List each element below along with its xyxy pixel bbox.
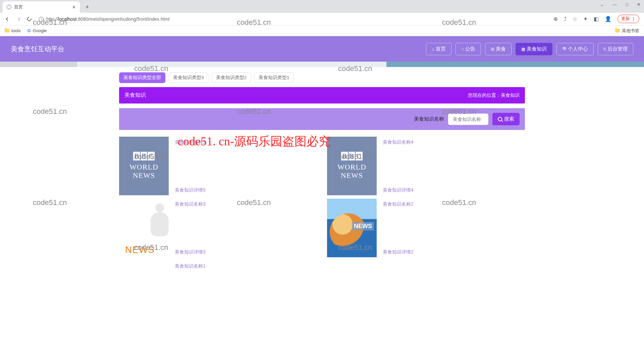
forward-button[interactable] bbox=[15, 16, 21, 22]
nav-food[interactable]: ⊞美食 bbox=[485, 43, 512, 55]
item-title: 美食知识名称5 bbox=[175, 139, 206, 145]
item-title: 美食知识名称4 bbox=[383, 139, 414, 145]
link-icon: ⎘ bbox=[603, 47, 606, 52]
bookmark-star-icon[interactable]: ☆ bbox=[573, 16, 577, 22]
zoom-icon[interactable]: ⊕ bbox=[553, 16, 558, 22]
category-chips: 美食知识类型全部 美食知识类型3 美食知识类型2 美食知识类型1 bbox=[119, 72, 525, 83]
item-title: 美食知识名称2 bbox=[383, 201, 414, 207]
list-item[interactable]: BBC WORLDNEWS 美食知识名称5 美食知识详情5 bbox=[119, 137, 317, 195]
folder-icon bbox=[615, 29, 620, 32]
user-icon: 〠 bbox=[562, 46, 567, 52]
browser-tab[interactable]: 首页 ✕ bbox=[3, 1, 80, 13]
results-grid: BBC WORLDNEWS 美食知识名称5 美食知识详情5 BBC WORLDN… bbox=[119, 137, 525, 269]
item-title: 美食知识名称1 bbox=[175, 263, 206, 269]
chip-type2[interactable]: 美食知识类型2 bbox=[212, 72, 251, 83]
thumbnail: NEWS bbox=[327, 199, 377, 257]
section-header: 美食知识 您现在的位置：美食知识 bbox=[119, 87, 525, 104]
toolbar-right: ⊕ ⤴ ☆ ✦ ◧ 👤 更新⋮ bbox=[553, 15, 639, 23]
thumbnail: NEWS bbox=[119, 199, 169, 257]
nav-notice[interactable]: ○公告 bbox=[455, 43, 481, 55]
search-icon bbox=[498, 117, 502, 121]
globe-icon bbox=[7, 5, 11, 9]
watermark: code51.cn bbox=[33, 107, 67, 116]
maximize-icon[interactable]: □ bbox=[626, 2, 628, 7]
search-input[interactable] bbox=[448, 114, 488, 125]
main-content: 美食知识类型全部 美食知识类型3 美食知识类型2 美食知识类型1 美食知识 您现… bbox=[119, 72, 525, 269]
bookmark-google[interactable]: G Google bbox=[27, 28, 47, 33]
item-subtitle: 美食知识详情3 bbox=[175, 249, 206, 255]
browser-tab-strip: 首页 ✕ + ⌄ — □ ✕ bbox=[0, 0, 644, 13]
chip-type1[interactable]: 美食知识类型1 bbox=[254, 72, 294, 83]
nav-admin[interactable]: ⎘后台管理 bbox=[598, 43, 633, 55]
grid-icon: ⊞ bbox=[491, 47, 494, 52]
reload-button[interactable] bbox=[26, 16, 32, 22]
circle-icon: ○ bbox=[461, 47, 464, 52]
search-button[interactable]: 搜索 bbox=[492, 113, 520, 125]
list-item[interactable]: NEWS 美食知识名称3 美食知识详情3 bbox=[119, 199, 317, 257]
address-bar[interactable]: i http://localhost:8080/meishipengrenhud… bbox=[37, 16, 549, 22]
list-item[interactable]: BBC WORLDNEWS 美食知识名称4 美食知识详情4 bbox=[327, 137, 525, 195]
site-info-icon[interactable]: i bbox=[39, 17, 44, 21]
site-title: 美食烹饪互动平台 bbox=[11, 45, 64, 54]
home-icon: ⌂ bbox=[432, 47, 434, 52]
extensions-icon[interactable]: ✦ bbox=[583, 16, 588, 22]
hero-banner bbox=[0, 62, 644, 67]
nav-user-center[interactable]: 〠个人中心 bbox=[556, 43, 594, 55]
share-icon[interactable]: ⤴ bbox=[564, 16, 567, 22]
thumbnail: BBC WORLDNEWS bbox=[327, 137, 377, 195]
google-icon: G bbox=[27, 28, 31, 33]
profile-icon[interactable]: 👤 bbox=[605, 16, 611, 22]
chip-type3[interactable]: 美食知识类型3 bbox=[169, 72, 208, 83]
item-subtitle: 美食知识详情4 bbox=[383, 187, 414, 193]
url-text: http://localhost:8080/meishipengrenhudon… bbox=[46, 16, 169, 22]
breadcrumb: 您现在的位置：美食知识 bbox=[468, 92, 520, 98]
list-item[interactable]: 美食知识名称1 bbox=[119, 261, 317, 269]
section-title: 美食知识 bbox=[124, 92, 146, 99]
item-subtitle: 美食知识详情5 bbox=[175, 187, 206, 193]
bookmarks-bar: tools G Google 其他书签 bbox=[0, 25, 644, 36]
thumbnail: BBC WORLDNEWS bbox=[119, 137, 169, 195]
bookmark-other[interactable]: 其他书签 bbox=[615, 28, 639, 34]
site-header: 美食烹饪互动平台 ⌂首页 ○公告 ⊞美食 ▦美食知识 〠个人中心 ⎘后台管理 bbox=[0, 36, 644, 62]
minimize-icon[interactable]: — bbox=[612, 2, 617, 7]
chevron-down-icon[interactable]: ⌄ bbox=[600, 2, 604, 7]
window-controls: ⌄ — □ ✕ bbox=[600, 2, 641, 7]
browser-toolbar: i http://localhost:8080/meishipengrenhud… bbox=[0, 13, 644, 25]
back-button[interactable] bbox=[5, 16, 11, 22]
close-tab-icon[interactable]: ✕ bbox=[72, 5, 76, 10]
folder-icon bbox=[5, 29, 9, 32]
bookmark-tools[interactable]: tools bbox=[5, 28, 20, 33]
search-bar: 美食知识名称 搜索 bbox=[119, 108, 525, 130]
nav-knowledge[interactable]: ▦美食知识 bbox=[516, 43, 552, 55]
search-label: 美食知识名称 bbox=[414, 116, 444, 122]
update-button[interactable]: 更新⋮ bbox=[618, 15, 639, 23]
watermark: code51.cn bbox=[33, 198, 67, 207]
list-item[interactable]: NEWS 美食知识名称2 美食知识详情2 bbox=[327, 199, 525, 257]
item-subtitle: 美食知识详情2 bbox=[383, 249, 414, 255]
nav-home[interactable]: ⌂首页 bbox=[426, 43, 451, 55]
item-title: 美食知识名称3 bbox=[175, 201, 206, 207]
nav-bar: ⌂首页 ○公告 ⊞美食 ▦美食知识 〠个人中心 ⎘后台管理 bbox=[426, 43, 633, 55]
chip-all[interactable]: 美食知识类型全部 bbox=[119, 72, 165, 83]
close-window-icon[interactable]: ✕ bbox=[637, 2, 641, 7]
calendar-icon: ▦ bbox=[521, 47, 525, 52]
tab-title: 首页 bbox=[14, 4, 23, 10]
sidepanel-icon[interactable]: ◧ bbox=[594, 16, 599, 22]
new-tab-button[interactable]: + bbox=[83, 2, 92, 12]
